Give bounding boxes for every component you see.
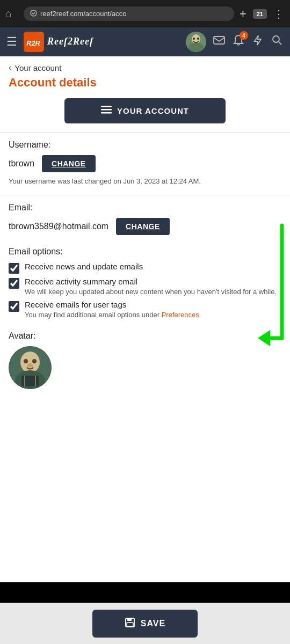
svg-rect-23 xyxy=(127,618,132,621)
notification-badge: 4 xyxy=(240,31,248,40)
username-field-row: tbrown CHANGE xyxy=(9,155,281,172)
checkbox-activity-row: Receive activity summary email We will k… xyxy=(9,277,281,297)
change-email-button[interactable]: CHANGE xyxy=(116,218,170,235)
logo-icon: R2R xyxy=(24,32,44,52)
svg-rect-9 xyxy=(214,36,224,44)
menu-lines-icon xyxy=(101,106,112,116)
username-hint-text: Your username was last changed on Jun 3,… xyxy=(9,177,281,186)
avatar[interactable] xyxy=(186,32,206,52)
checkbox-activity-sublabel: We will keep you updated about new conte… xyxy=(25,287,277,297)
url-bar[interactable]: reef2reef.com/account/acco xyxy=(24,6,234,21)
bottom-save-bar: SAVE xyxy=(0,603,290,644)
breadcrumb-label[interactable]: Your account xyxy=(15,63,61,72)
preferences-link[interactable]: Preferences xyxy=(162,311,199,319)
email-value: tbrown3589@hotmail.com xyxy=(9,222,108,231)
security-icon xyxy=(30,10,37,18)
email-options-label: Email options: xyxy=(9,247,281,257)
svg-rect-12 xyxy=(101,109,112,111)
save-label: SAVE xyxy=(141,619,165,628)
search-icon-button[interactable] xyxy=(271,34,284,50)
avatar-label: Avatar: xyxy=(9,331,281,341)
email-section: Email: tbrown3589@hotmail.com CHANGE xyxy=(0,195,290,235)
svg-point-7 xyxy=(193,38,195,40)
checkbox-usertags-label: Receive emails for user tags xyxy=(25,300,199,309)
preferences-hint-text: You may find additional email options un… xyxy=(25,311,162,319)
your-account-label: YOUR ACCOUNT xyxy=(117,106,189,115)
save-icon xyxy=(125,617,135,630)
checkbox-activity[interactable] xyxy=(9,278,19,289)
browser-chrome: ⌂ reef2reef.com/account/acco + 21 ⋮ xyxy=(0,0,290,27)
email-field-row: tbrown3589@hotmail.com CHANGE xyxy=(9,218,281,235)
email-options-section: Email options: Receive news and update e… xyxy=(0,239,290,320)
checkbox-news-label: Receive news and update emails xyxy=(25,262,143,271)
svg-rect-11 xyxy=(101,106,112,107)
page-content: ‹ Your account Account details YOUR ACCO… xyxy=(0,56,290,582)
hamburger-menu-button[interactable]: ☰ xyxy=(6,35,17,49)
breadcrumb: ‹ Your account xyxy=(0,56,290,75)
svg-point-0 xyxy=(31,10,37,16)
change-username-button[interactable]: CHANGE xyxy=(42,155,96,172)
checkbox-news[interactable] xyxy=(9,263,19,274)
svg-text:R2R: R2R xyxy=(26,39,41,47)
checkbox-usertags[interactable] xyxy=(9,301,19,312)
url-text: reef2reef.com/account/acco xyxy=(40,10,126,18)
svg-rect-20 xyxy=(21,376,39,386)
svg-point-15 xyxy=(20,352,40,373)
app-nav-bar: ☰ R2R Reef2Reef xyxy=(0,27,290,56)
back-arrow-icon[interactable]: ‹ xyxy=(9,63,11,72)
svg-point-10 xyxy=(273,36,279,42)
avatar-image[interactable] xyxy=(9,346,52,389)
mail-icon-button[interactable] xyxy=(213,34,226,50)
username-section: Username: tbrown CHANGE Your username wa… xyxy=(0,133,290,186)
svg-rect-24 xyxy=(127,623,133,626)
new-tab-button[interactable]: + xyxy=(240,7,247,21)
checkbox-activity-label: Receive activity summary email xyxy=(25,277,277,286)
svg-point-17 xyxy=(24,359,28,363)
svg-point-8 xyxy=(197,38,199,40)
checkbox-usertags-sublabel: You may find additional email options un… xyxy=(25,310,199,320)
username-value: tbrown xyxy=(9,159,34,169)
checkbox-usertags-row: Receive emails for user tags You may fin… xyxy=(9,300,281,320)
email-label: Email: xyxy=(9,203,281,213)
svg-point-19 xyxy=(27,363,33,368)
svg-point-18 xyxy=(32,359,37,363)
browser-action-buttons: + 21 ⋮ xyxy=(240,7,285,21)
tab-count-badge[interactable]: 21 xyxy=(253,9,267,19)
svg-text:Reef2Reef: Reef2Reef xyxy=(47,36,94,47)
save-button[interactable]: SAVE xyxy=(92,610,198,638)
your-account-button-wrapper: YOUR ACCOUNT xyxy=(0,98,290,132)
page-title: Account details xyxy=(0,75,290,98)
home-icon[interactable]: ⌂ xyxy=(5,8,18,20)
browser-menu-button[interactable]: ⋮ xyxy=(273,8,285,20)
lightning-icon-button[interactable] xyxy=(251,34,264,50)
username-label: Username: xyxy=(9,140,281,150)
logo-text: Reef2Reef xyxy=(46,33,105,52)
avatar-section: Avatar: xyxy=(0,324,290,389)
checkbox-news-row: Receive news and update emails xyxy=(9,262,281,274)
notifications-icon-button[interactable]: 4 xyxy=(232,34,245,50)
your-account-button[interactable]: YOUR ACCOUNT xyxy=(64,98,226,123)
site-logo[interactable]: R2R Reef2Reef xyxy=(24,32,105,52)
svg-rect-13 xyxy=(101,112,112,114)
